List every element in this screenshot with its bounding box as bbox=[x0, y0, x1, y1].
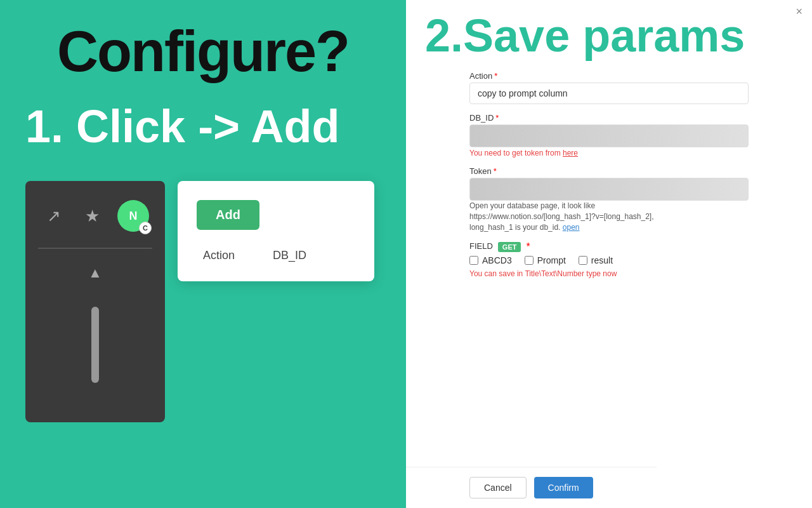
token-required: * bbox=[494, 166, 497, 176]
page-title: Configure? bbox=[25, 19, 381, 84]
left-panel: Configure? 1. Click -> Add ↗︎ ★ N C ▲ Ad… bbox=[0, 0, 406, 508]
token-field-group: Token * Open your database page, it look… bbox=[469, 166, 749, 232]
share-icon: ↗︎ bbox=[41, 203, 67, 229]
notion-badge: C bbox=[139, 222, 152, 234]
checkbox-result[interactable]: result bbox=[579, 255, 613, 265]
checkbox-result-input[interactable] bbox=[579, 256, 587, 265]
field-label: FIELD bbox=[469, 241, 493, 251]
toolbar-arrow-icon: ▲ bbox=[88, 265, 102, 281]
action-column-header: Action bbox=[203, 249, 235, 262]
dbid-field-group: DB_ID * You need to get token from here bbox=[469, 113, 749, 157]
field-row: FIELD GET * bbox=[469, 241, 749, 253]
get-badge: GET bbox=[498, 242, 521, 252]
action-input[interactable] bbox=[469, 83, 749, 104]
field-required: * bbox=[526, 241, 530, 253]
token-info: Open your database page, it look like ht… bbox=[469, 201, 749, 232]
form-footer: Cancel Confirm bbox=[406, 467, 657, 508]
confirm-button[interactable]: Confirm bbox=[534, 477, 593, 498]
token-input[interactable] bbox=[469, 178, 749, 201]
right-panel: 2.Save params × Action * DB_ID * You nee… bbox=[406, 0, 812, 508]
field-row-group: FIELD GET * ABCD3 Prompt result You ca bbox=[469, 241, 749, 278]
token-label: Token * bbox=[469, 166, 749, 176]
add-button[interactable]: Add bbox=[197, 200, 259, 230]
dbid-required: * bbox=[495, 113, 499, 123]
action-label: Action * bbox=[469, 71, 749, 81]
form-container: Action * DB_ID * You need to get token f… bbox=[406, 65, 812, 467]
checkbox-prompt[interactable]: Prompt bbox=[525, 255, 566, 265]
action-required: * bbox=[494, 71, 497, 81]
dbid-column-header: DB_ID bbox=[273, 249, 306, 262]
token-info-link[interactable]: open bbox=[563, 223, 580, 232]
checkbox-abcd3[interactable]: ABCD3 bbox=[469, 255, 512, 265]
toolbar-scroll bbox=[91, 307, 99, 383]
close-icon[interactable]: × bbox=[796, 5, 802, 18]
toolbar-mock: ↗︎ ★ N C ▲ bbox=[25, 181, 165, 422]
dbid-error: You need to get token from here bbox=[469, 149, 749, 157]
cancel-button[interactable]: Cancel bbox=[469, 477, 527, 498]
popup-columns: Action DB_ID bbox=[197, 249, 355, 262]
save-info: You can save in Title\Text\Number type n… bbox=[469, 269, 749, 278]
toolbar-icons: ↗︎ ★ N C bbox=[41, 200, 149, 232]
step1-label: 1. Click -> Add bbox=[25, 104, 339, 149]
browser-mock: ↗︎ ★ N C ▲ Add Action DB_ID bbox=[25, 181, 374, 422]
extension-popup: Add Action DB_ID bbox=[178, 181, 374, 281]
toolbar-divider bbox=[38, 248, 152, 249]
dbid-label: DB_ID * bbox=[469, 113, 749, 123]
step2-label: 2.Save params bbox=[406, 0, 764, 65]
checkbox-prompt-input[interactable] bbox=[525, 256, 534, 265]
checkbox-group: ABCD3 Prompt result bbox=[469, 255, 749, 265]
dbid-error-link[interactable]: here bbox=[563, 149, 578, 157]
notion-icon: N C bbox=[117, 200, 149, 232]
action-field-group: Action * bbox=[469, 71, 749, 104]
checkbox-abcd3-input[interactable] bbox=[469, 256, 478, 265]
star-icon: ★ bbox=[79, 203, 105, 229]
dbid-input[interactable] bbox=[469, 124, 749, 147]
